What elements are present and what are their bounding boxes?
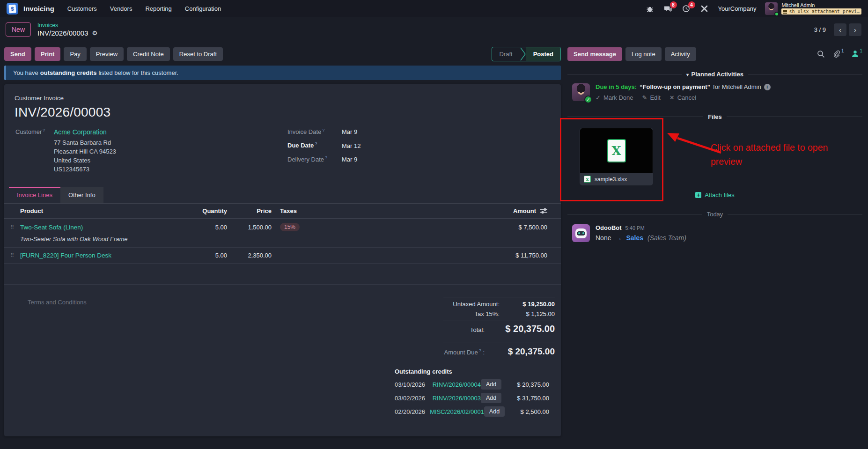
invoice-line-row[interactable]: ⠿ Two-Seat Sofa (Linen) 5.00 1,500.00 15… bbox=[4, 219, 561, 248]
credit-reference-link[interactable]: RINV/2026/00004 bbox=[433, 381, 481, 388]
info-icon[interactable]: i bbox=[764, 84, 771, 90]
pager-previous-button[interactable]: ‹ bbox=[834, 23, 846, 36]
product-description: Two-Seater Sofa with Oak Wood Frame bbox=[20, 236, 351, 247]
activities-clock-icon[interactable]: 4 bbox=[682, 4, 691, 14]
pager-next-button[interactable]: › bbox=[849, 23, 861, 36]
price-value[interactable]: 1,500.00 bbox=[227, 220, 272, 235]
debug-db-badge: sh_xlsx_attachment_previ… bbox=[781, 8, 861, 15]
files-separator: Files bbox=[567, 113, 862, 120]
invoice-line-row[interactable]: ⠿ [FURN_8220] Four Person Desk 5.00 2,35… bbox=[4, 248, 561, 264]
address-line: US12345673 bbox=[54, 165, 116, 174]
followers-icon[interactable]: 1 bbox=[852, 50, 862, 58]
pager-count: 3 / 9 bbox=[814, 26, 826, 33]
breadcrumb-invoices[interactable]: Invoices bbox=[37, 22, 97, 29]
tracking-new-value-link[interactable]: Sales bbox=[626, 234, 643, 242]
col-product[interactable]: Product bbox=[20, 207, 180, 214]
activities-badge: 4 bbox=[688, 1, 695, 8]
excel-file-icon-small: x bbox=[584, 176, 591, 183]
send-message-button[interactable]: Send message bbox=[567, 47, 622, 61]
excel-file-icon: X bbox=[607, 139, 626, 162]
terms-placeholder[interactable]: Terms and Conditions bbox=[28, 297, 87, 357]
col-quantity[interactable]: Quantity bbox=[180, 207, 227, 214]
message-author[interactable]: OdooBot bbox=[596, 224, 622, 231]
menu-configuration[interactable]: Configuration bbox=[185, 5, 221, 12]
edit-activity-button[interactable]: ✎Edit bbox=[642, 94, 660, 101]
attachments-icon[interactable]: 1 bbox=[833, 50, 844, 58]
plus-icon: + bbox=[695, 192, 701, 198]
app-name[interactable]: Invoicing bbox=[23, 5, 54, 13]
empty-line-row[interactable] bbox=[4, 264, 561, 285]
menu-customers[interactable]: Customers bbox=[67, 5, 97, 12]
due-date-field: Due Date? Mar 12 bbox=[287, 141, 360, 149]
attachment-filename: sample3.xlsx bbox=[595, 176, 627, 183]
preview-button[interactable]: Preview bbox=[90, 47, 124, 61]
invoicing-app-icon[interactable]: $ bbox=[7, 3, 18, 15]
add-credit-button[interactable]: Add bbox=[481, 379, 501, 390]
message-time: 5:40 PM bbox=[625, 225, 645, 231]
state-posted[interactable]: Posted bbox=[526, 47, 560, 61]
price-value[interactable]: 2,350.00 bbox=[227, 248, 272, 263]
arrow-right-icon: → bbox=[615, 234, 622, 242]
chatter-message: OdooBot 5:40 PM None → Sales (Sales Team… bbox=[572, 224, 862, 242]
delivery-date-value[interactable]: Mar 9 bbox=[342, 156, 357, 163]
tab-other-info[interactable]: Other Info bbox=[60, 187, 103, 203]
messages-icon[interactable]: 8 bbox=[663, 4, 673, 14]
menu-vendors[interactable]: Vendors bbox=[110, 5, 132, 12]
invoice-date-value[interactable]: Mar 9 bbox=[342, 128, 357, 135]
quantity-value[interactable]: 5.00 bbox=[180, 220, 227, 235]
user-menu[interactable]: Mitchell Admin sh_xlsx_attachment_previ… bbox=[765, 2, 861, 15]
drag-handle-icon[interactable]: ⠿ bbox=[4, 248, 20, 263]
cancel-activity-button[interactable]: ✕Cancel bbox=[669, 94, 696, 101]
quantity-value[interactable]: 5.00 bbox=[180, 248, 227, 263]
optional-columns-icon[interactable] bbox=[540, 208, 547, 214]
activity-state-icon: ✓ bbox=[584, 96, 592, 103]
print-button[interactable]: Print bbox=[35, 47, 61, 61]
state-draft[interactable]: Draft bbox=[492, 47, 519, 61]
customer-label: Customer bbox=[15, 128, 42, 135]
col-price[interactable]: Price bbox=[227, 207, 272, 214]
add-credit-button[interactable]: Add bbox=[484, 406, 505, 417]
attach-files-button[interactable]: + Attach files bbox=[567, 191, 862, 199]
attachment-card-sample3-xlsx[interactable]: X x sample3.xlsx bbox=[580, 128, 653, 185]
tools-icon[interactable] bbox=[700, 4, 709, 14]
pay-button[interactable]: Pay bbox=[64, 47, 86, 61]
caret-down-icon[interactable]: ▾ bbox=[686, 72, 689, 77]
database-icon bbox=[783, 10, 787, 14]
gear-icon[interactable]: ⚙ bbox=[92, 29, 97, 37]
activity-button[interactable]: Activity bbox=[665, 47, 696, 61]
due-date-value[interactable]: Mar 12 bbox=[342, 142, 360, 149]
credit-reference-link[interactable]: MISC/2026/02/0001 bbox=[430, 408, 484, 415]
credit-note-button[interactable]: Credit Note bbox=[127, 47, 170, 61]
credit-reference-link[interactable]: RINV/2026/00003 bbox=[433, 395, 481, 402]
tab-invoice-lines[interactable]: Invoice Lines bbox=[9, 187, 60, 203]
statusbar: Send Print Pay Preview Credit Note Reset… bbox=[4, 47, 561, 61]
log-note-button[interactable]: Log note bbox=[625, 47, 662, 61]
untaxed-amount-value: $ 19,250.00 bbox=[500, 301, 555, 308]
cancel-icon: ✕ bbox=[669, 94, 675, 101]
col-taxes[interactable]: Taxes bbox=[272, 207, 351, 214]
new-button[interactable]: New bbox=[6, 22, 31, 37]
add-credit-button[interactable]: Add bbox=[481, 393, 501, 403]
dates-group: Invoice Date? Mar 9 Due Date? Mar 12 Del… bbox=[287, 128, 360, 174]
menu-reporting[interactable]: Reporting bbox=[145, 5, 171, 12]
total-value: $ 20,375.00 bbox=[485, 324, 555, 334]
search-messages-icon[interactable] bbox=[817, 50, 825, 58]
reset-to-draft-button[interactable]: Reset to Draft bbox=[173, 47, 223, 61]
company-switcher[interactable]: YourCompany bbox=[718, 5, 757, 12]
bug-icon[interactable] bbox=[645, 4, 655, 14]
totals: Untaxed Amount: $ 19,250.00 Tax 15%: $ 1… bbox=[443, 297, 555, 357]
customer-link[interactable]: Acme Corporation bbox=[54, 128, 116, 137]
attachment-count: 1 bbox=[841, 48, 844, 56]
mark-done-button[interactable]: ✓Mark Done bbox=[596, 94, 633, 101]
attachment-thumbnail[interactable]: X bbox=[580, 128, 653, 173]
notebook-tabs: Invoice Lines Other Info bbox=[4, 187, 561, 203]
product-link[interactable]: [FURN_8220] Four Person Desk bbox=[20, 248, 180, 263]
send-button[interactable]: Send bbox=[4, 47, 31, 61]
drag-handle-icon[interactable]: ⠿ bbox=[4, 220, 20, 235]
col-amount[interactable]: Amount bbox=[513, 207, 536, 214]
tax-row: Tax 15%: $ 1,125.00 bbox=[443, 309, 555, 319]
product-link[interactable]: Two-Seat Sofa (Linen) bbox=[20, 220, 180, 235]
invoice-name: INV/2026/00003 bbox=[15, 105, 553, 120]
credit-amount: $ 2,500.00 bbox=[505, 408, 549, 415]
tax-badge[interactable]: 15% bbox=[280, 223, 300, 231]
